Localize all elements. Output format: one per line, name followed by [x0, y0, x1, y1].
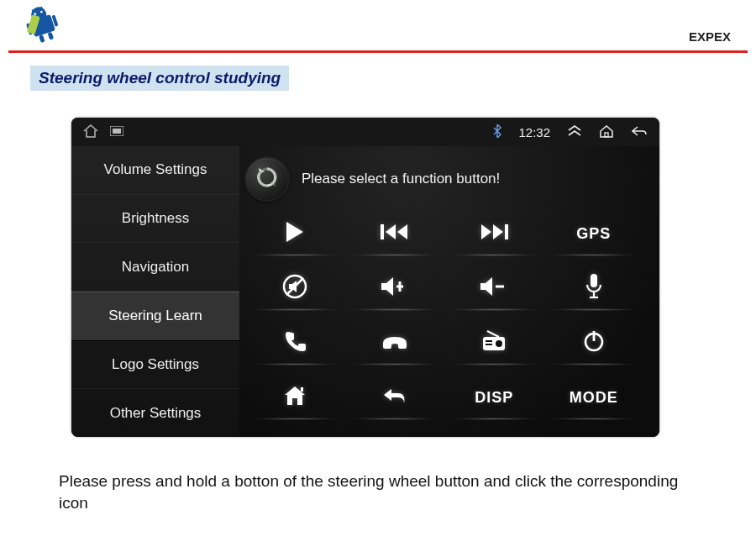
- status-bar: 12:32: [71, 118, 659, 146]
- svg-rect-18: [591, 274, 597, 287]
- mode-label: MODE: [570, 389, 618, 407]
- mute-icon: [281, 273, 308, 304]
- sidebar-item-label: Logo Settings: [112, 356, 199, 373]
- func-mute[interactable]: [248, 265, 343, 313]
- play-icon: [284, 220, 306, 248]
- phone-icon: [283, 329, 307, 357]
- func-home[interactable]: [248, 374, 343, 422]
- svg-rect-24: [486, 340, 492, 342]
- disp-label: DISP: [475, 389, 513, 407]
- bluetooth-icon: [493, 124, 501, 140]
- return-icon: [381, 386, 408, 410]
- sidebar-item-label: Other Settings: [110, 405, 202, 422]
- func-volume-down[interactable]: [447, 265, 542, 313]
- svg-point-23: [496, 340, 502, 347]
- func-next-track[interactable]: [447, 210, 542, 258]
- func-power[interactable]: [547, 319, 642, 367]
- collapse-up-icon[interactable]: [567, 125, 582, 139]
- function-grid: GPS: [239, 202, 653, 427]
- func-mode[interactable]: MODE: [547, 374, 642, 422]
- volume-up-icon: [380, 275, 410, 302]
- radio-icon: [480, 329, 507, 357]
- android-logo-icon: [17, 4, 66, 48]
- power-icon: [582, 329, 606, 357]
- home-icon: [282, 385, 307, 411]
- sidebar-item-brightness[interactable]: Brightness: [71, 195, 239, 244]
- steering-learn-panel: Please select a function button! GPS: [239, 146, 659, 437]
- doc-header: EXPEX: [0, 0, 756, 55]
- header-divider: [8, 50, 748, 53]
- func-phone-hangup[interactable]: [348, 319, 443, 367]
- func-display[interactable]: DISP: [447, 374, 542, 422]
- gps-label: GPS: [576, 225, 611, 243]
- clock-time: 12:32: [518, 125, 550, 139]
- sidebar-item-label: Steering Learn: [108, 308, 202, 324]
- prev-track-icon: [381, 222, 409, 246]
- reset-button[interactable]: [244, 156, 290, 202]
- sidebar-item-other-settings[interactable]: Other Settings: [71, 389, 239, 437]
- settings-sidebar: Volume Settings Brightness Navigation St…: [71, 146, 239, 437]
- back-icon[interactable]: [631, 125, 648, 139]
- headunit-screen: 12:32 Volume Settings Brightness Navigat…: [71, 118, 659, 437]
- mic-icon: [585, 273, 603, 304]
- volume-down-icon: [479, 275, 509, 302]
- func-play[interactable]: [248, 210, 343, 258]
- svg-rect-4: [39, 34, 45, 43]
- sidebar-item-volume-settings[interactable]: Volume Settings: [71, 146, 239, 195]
- home-solid-icon[interactable]: [599, 124, 614, 140]
- sidebar-item-logo-settings[interactable]: Logo Settings: [71, 341, 239, 390]
- brand-label: EXPEX: [689, 29, 731, 44]
- func-mic[interactable]: [547, 265, 642, 313]
- instruction-text: Please select a function button!: [302, 171, 500, 187]
- svg-rect-28: [301, 387, 303, 392]
- svg-rect-15: [505, 224, 508, 239]
- svg-line-21: [487, 331, 499, 337]
- next-track-icon: [480, 222, 508, 246]
- func-gps[interactable]: GPS: [547, 210, 642, 258]
- svg-rect-12: [113, 129, 121, 134]
- func-phone-answer[interactable]: [248, 319, 343, 367]
- svg-rect-5: [48, 32, 55, 40]
- svg-rect-14: [381, 224, 384, 239]
- sidebar-item-steering-learn[interactable]: Steering Learn: [71, 292, 239, 341]
- func-prev-track[interactable]: [348, 210, 443, 258]
- home-hollow-icon[interactable]: [83, 124, 98, 140]
- section-title: Steering wheel control studying: [30, 66, 289, 91]
- func-return[interactable]: [348, 374, 443, 422]
- sidebar-item-label: Brightness: [122, 210, 189, 227]
- func-volume-up[interactable]: [348, 265, 443, 313]
- sidebar-item-navigation[interactable]: Navigation: [71, 243, 239, 292]
- sidebar-item-label: Navigation: [122, 259, 189, 276]
- svg-rect-25: [486, 344, 492, 345]
- hangup-icon: [381, 332, 409, 355]
- app-drawer-icon[interactable]: [110, 125, 123, 139]
- refresh-icon: [255, 165, 280, 193]
- sidebar-item-label: Volume Settings: [104, 161, 207, 178]
- func-radio[interactable]: [447, 319, 542, 367]
- caption-text: Please press and hold a botton of the st…: [59, 471, 697, 513]
